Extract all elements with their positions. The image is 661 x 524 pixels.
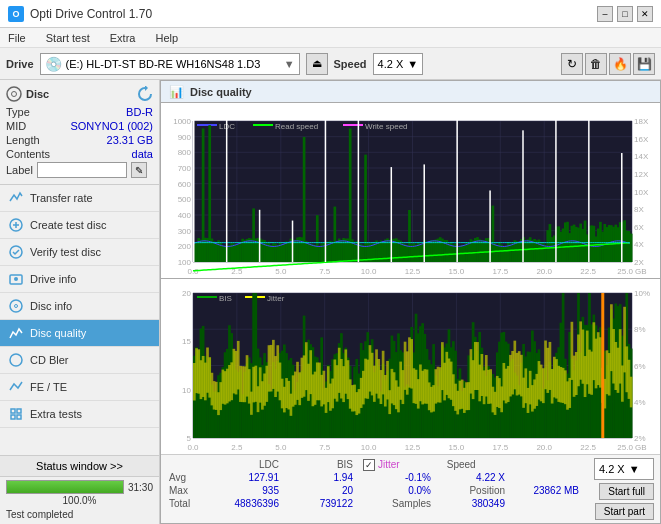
titlebar-left: O Opti Drive Control 1.70 xyxy=(8,6,152,22)
save-button[interactable]: 💾 xyxy=(633,53,655,75)
status-text: Test completed xyxy=(0,507,159,524)
bottom-chart xyxy=(161,279,660,454)
toolbar-icons: ↻ 🗑 🔥 💾 xyxy=(561,53,655,75)
disc-length-label: Length xyxy=(6,134,40,146)
sidebar-item-fe-te[interactable]: FE / TE xyxy=(0,374,159,401)
disc-type-row: Type BD-R xyxy=(6,106,153,118)
disc-label-input[interactable] xyxy=(37,162,127,178)
menu-help[interactable]: Help xyxy=(151,31,182,45)
disc-refresh-icon[interactable] xyxy=(137,86,153,102)
avg-speed: 4.22 X xyxy=(437,471,507,484)
time-display: 31:30 xyxy=(128,482,153,493)
panel-icon: 📊 xyxy=(169,85,184,99)
disc-contents-value: data xyxy=(132,148,153,160)
charts-container xyxy=(161,103,660,454)
extra-tests-icon xyxy=(8,406,24,422)
top-chart xyxy=(161,103,660,279)
panel-header: 📊 Disc quality xyxy=(161,81,660,103)
avg-label: Avg xyxy=(167,471,207,484)
sidebar-item-cd-bler[interactable]: CD Bler xyxy=(0,347,159,374)
disc-section: Disc Type BD-R MID SONYNO1 (002) Length … xyxy=(0,80,159,185)
stats-ldc-header: LDC xyxy=(211,458,281,471)
max-bis: 20 xyxy=(285,484,355,497)
avg-bis: 1.94 xyxy=(285,471,355,484)
bottom-chart-canvas xyxy=(161,279,660,454)
menu-start-test[interactable]: Start test xyxy=(42,31,94,45)
max-jitter: 0.0% xyxy=(363,484,433,497)
drive-select-text: (E:) HL-DT-ST BD-RE WH16NS48 1.D3 xyxy=(66,58,280,70)
drive-select-arrow: ▼ xyxy=(284,58,295,70)
sidebar-item-disc-quality[interactable]: Disc quality xyxy=(0,320,159,347)
disc-label-edit-button[interactable]: ✎ xyxy=(131,162,147,178)
main-layout: Disc Type BD-R MID SONYNO1 (002) Length … xyxy=(0,80,661,524)
stats-total-row: Total 48836396 739122 Samples 380349 xyxy=(167,497,594,510)
top-chart-canvas xyxy=(161,103,660,278)
svg-rect-13 xyxy=(11,415,15,419)
sidebar-item-label: Disc info xyxy=(30,300,72,312)
samples-value: 380349 xyxy=(437,497,507,510)
disc-type-label: Type xyxy=(6,106,30,118)
disc-icon xyxy=(6,86,22,102)
jitter-checkbox-row: ✓ Jitter xyxy=(363,458,400,471)
close-button[interactable]: ✕ xyxy=(637,6,653,22)
svg-rect-11 xyxy=(11,409,15,413)
erase-button[interactable]: 🗑 xyxy=(585,53,607,75)
disc-quality-icon xyxy=(8,325,24,341)
disc-length-value: 23.31 GB xyxy=(107,134,153,146)
titlebar-controls: – □ ✕ xyxy=(597,6,653,22)
stats-speed-header: Speed xyxy=(408,458,478,471)
progress-bar xyxy=(7,481,123,493)
minimize-button[interactable]: – xyxy=(597,6,613,22)
sidebar-item-label: Extra tests xyxy=(30,408,82,420)
sidebar-item-transfer-rate[interactable]: Transfer rate xyxy=(0,185,159,212)
maximize-button[interactable]: □ xyxy=(617,6,633,22)
menu-extra[interactable]: Extra xyxy=(106,31,140,45)
cd-bler-icon xyxy=(8,352,24,368)
sidebar-item-label: Create test disc xyxy=(30,219,106,231)
stats-speed-select[interactable]: 4.2 X ▼ xyxy=(594,458,654,480)
burn-button[interactable]: 🔥 xyxy=(609,53,631,75)
sidebar-nav: Transfer rate Create test disc Verify te… xyxy=(0,185,159,428)
disc-contents-row: Contents data xyxy=(6,148,153,160)
sidebar-item-label: Transfer rate xyxy=(30,192,93,204)
stats-bar: LDC BIS ✓ Jitter Speed Avg 127.91 1.94 -… xyxy=(161,454,660,523)
disc-label-row: Label ✎ xyxy=(6,162,153,178)
stats-bis-header: BIS xyxy=(285,458,355,471)
create-test-disc-icon xyxy=(8,217,24,233)
drive-info-icon xyxy=(8,271,24,287)
sidebar-item-create-test-disc[interactable]: Create test disc xyxy=(0,212,159,239)
sidebar-item-disc-info[interactable]: Disc info xyxy=(0,293,159,320)
sidebar-item-label: Drive info xyxy=(30,273,76,285)
disc-mid-row: MID SONYNO1 (002) xyxy=(6,120,153,132)
status-window-button[interactable]: Status window >> xyxy=(0,456,159,477)
sidebar-item-drive-info[interactable]: Drive info xyxy=(0,266,159,293)
sidebar-item-label: FE / TE xyxy=(30,381,67,393)
transfer-rate-icon xyxy=(8,190,24,206)
svg-point-9 xyxy=(15,305,18,308)
svg-point-0 xyxy=(7,87,21,101)
disc-type-value: BD-R xyxy=(126,106,153,118)
stats-avg-row: Avg 127.91 1.94 -0.1% 4.22 X xyxy=(167,471,594,484)
start-part-button[interactable]: Start part xyxy=(595,503,654,520)
drive-select[interactable]: 💿 (E:) HL-DT-ST BD-RE WH16NS48 1.D3 ▼ xyxy=(40,53,300,75)
sidebar-item-label: Verify test disc xyxy=(30,246,101,258)
sidebar-bottom: Status window >> 31:30 100.0% Test compl… xyxy=(0,455,159,524)
stats-right: 4.2 X ▼ Start full Start part xyxy=(594,458,654,520)
sidebar-item-verify-test-disc[interactable]: Verify test disc xyxy=(0,239,159,266)
menubar: File Start test Extra Help xyxy=(0,28,661,48)
sidebar-item-label: Disc quality xyxy=(30,327,86,339)
refresh-button[interactable]: ↻ xyxy=(561,53,583,75)
sidebar-item-extra-tests[interactable]: Extra tests xyxy=(0,401,159,428)
position-label: Position xyxy=(437,484,507,497)
total-ldc: 48836396 xyxy=(211,497,281,510)
menu-file[interactable]: File xyxy=(4,31,30,45)
jitter-checkbox[interactable]: ✓ xyxy=(363,459,375,471)
panel-title: Disc quality xyxy=(190,86,252,98)
start-full-button[interactable]: Start full xyxy=(599,483,654,500)
verify-test-disc-icon xyxy=(8,244,24,260)
disc-contents-label: Contents xyxy=(6,148,50,160)
disc-section-title: Disc xyxy=(26,88,49,100)
speed-select[interactable]: 4.2 X ▼ xyxy=(373,53,424,75)
drive-label: Drive xyxy=(6,58,34,70)
eject-button[interactable]: ⏏ xyxy=(306,53,328,75)
